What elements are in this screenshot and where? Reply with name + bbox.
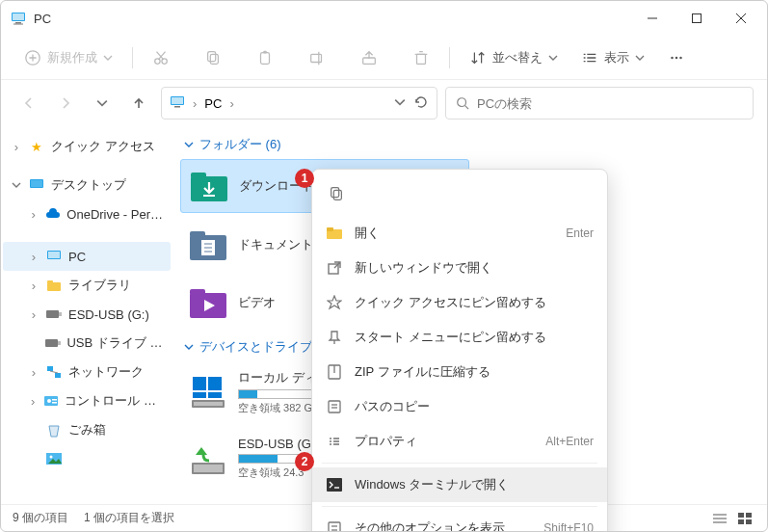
group-header-folders[interactable]: フォルダー (6) [180, 130, 759, 159]
chevron-right-icon[interactable]: › [28, 207, 39, 222]
sort-button[interactable]: 並べ替え [460, 43, 568, 72]
cloud-icon [44, 208, 61, 220]
chevron-right-icon[interactable]: › [28, 250, 40, 264]
search-input[interactable] [477, 96, 743, 111]
cut-button[interactable] [143, 43, 179, 72]
context-item-zip[interactable]: ZIP ファイルに圧縮する [312, 355, 607, 389]
chevron-down-icon[interactable] [11, 180, 22, 190]
search-icon [456, 96, 469, 110]
chevron-right-icon[interactable]: › [28, 394, 38, 409]
minimize-button[interactable] [630, 3, 675, 34]
svg-rect-18 [263, 50, 267, 53]
context-item-properties[interactable]: プロパティ Alt+Enter [312, 424, 607, 459]
videos-folder-icon [190, 284, 226, 321]
svg-rect-70 [208, 377, 222, 390]
sidebar-item-esd-usb[interactable]: › ESD-USB (G:) [3, 300, 171, 329]
chevron-right-icon[interactable]: › [11, 140, 22, 154]
sidebar-item-quick-access[interactable]: › ★ クイック アクセス [3, 132, 171, 161]
sidebar-item-label: ライブラリ [68, 277, 131, 294]
sidebar-item-desktop[interactable]: デスクトップ [3, 171, 171, 200]
svg-rect-16 [210, 54, 218, 64]
context-label: ZIP ファイルに圧縮する [355, 363, 594, 381]
context-accel: Alt+Enter [545, 435, 594, 448]
svg-rect-74 [194, 402, 223, 406]
rename-button[interactable] [299, 43, 335, 72]
sidebar-item-libraries[interactable]: › ライブラリ [3, 271, 171, 300]
share-button[interactable] [351, 43, 387, 72]
pin-icon [326, 295, 343, 310]
search-box[interactable] [445, 87, 754, 120]
open-new-window-icon [326, 260, 343, 276]
chevron-right-icon[interactable]: › [28, 365, 40, 380]
separator [132, 47, 133, 68]
recycle-bin-icon [45, 422, 63, 438]
sidebar-item-recycle-bin[interactable]: ごみ箱 [3, 415, 171, 444]
chevron-right-icon[interactable]: › [28, 279, 40, 293]
refresh-button[interactable] [413, 94, 429, 113]
svg-rect-2 [15, 22, 21, 24]
sidebar-item-network[interactable]: › ネットワーク [3, 358, 171, 386]
sidebar-item-onedrive[interactable]: › OneDrive - Person [3, 200, 171, 228]
control-panel-icon [43, 394, 59, 408]
context-label: クイック アクセスにピン留めする [355, 294, 594, 311]
terminal-icon [326, 478, 343, 492]
svg-point-11 [155, 58, 160, 63]
context-label: Windows ターミナルで開く [355, 476, 594, 493]
sidebar-item-label: ネットワーク [68, 363, 144, 381]
svg-point-12 [162, 58, 167, 63]
close-button[interactable] [719, 3, 763, 34]
address-bar[interactable]: › PC › [161, 87, 437, 120]
more-button[interactable] [658, 43, 695, 72]
svg-point-57 [50, 456, 53, 459]
sidebar-item-control-panel[interactable]: › コントロール パネル [3, 386, 171, 415]
context-item-new-window[interactable]: 新しいウィンドウで開く [312, 251, 607, 285]
chevron-right-icon: › [229, 96, 233, 111]
icons-view-button[interactable] [734, 510, 755, 527]
recent-button[interactable] [88, 89, 117, 118]
breadcrumb-pc[interactable]: PC [204, 96, 222, 111]
paste-button[interactable] [247, 43, 283, 72]
copy-button[interactable] [195, 43, 231, 72]
context-item-open[interactable]: 開く Enter [312, 216, 607, 251]
view-label: 表示 [604, 49, 629, 66]
context-label: プロパティ [355, 433, 534, 450]
svg-rect-69 [193, 377, 206, 390]
back-button[interactable] [14, 89, 43, 118]
svg-rect-59 [191, 173, 206, 178]
copy-path-icon [326, 399, 343, 414]
details-view-button[interactable] [709, 510, 730, 527]
context-accel: Enter [566, 226, 594, 240]
properties-icon [326, 434, 343, 449]
copy-icon[interactable] [320, 179, 353, 208]
view-button[interactable]: 表示 [571, 43, 654, 72]
svg-rect-50 [55, 373, 61, 378]
context-item-pin-start[interactable]: スタート メニューにピン留めする [312, 320, 607, 355]
svg-point-37 [458, 98, 466, 107]
maximize-button[interactable] [675, 3, 719, 34]
new-button[interactable]: 新規作成 [14, 43, 122, 72]
group-label: フォルダー (6) [199, 136, 281, 153]
sidebar-item-label: USB ドライブ (E:) [66, 334, 165, 352]
context-separator [322, 506, 597, 507]
context-item-windows-terminal[interactable]: Windows ターミナルで開く [312, 467, 607, 502]
chevron-right-icon[interactable]: › [28, 307, 40, 322]
context-item-pin-quick-access[interactable]: クイック アクセスにピン留めする [312, 285, 607, 320]
svg-rect-22 [417, 54, 426, 64]
context-label: 開く [355, 225, 554, 242]
up-button[interactable] [124, 89, 153, 118]
desktop-icon [28, 177, 45, 193]
sidebar-item-pc[interactable]: › PC [3, 242, 171, 271]
delete-button[interactable] [403, 43, 439, 72]
sidebar: › ★ クイック アクセス デスクトップ › OneDrive - Person… [1, 126, 172, 504]
forward-button[interactable] [51, 89, 80, 118]
context-item-more-options[interactable]: その他のオプションを表示 Shift+F10 [312, 511, 607, 532]
svg-rect-19 [311, 54, 322, 62]
sidebar-item-unknown[interactable] [3, 444, 171, 473]
svg-rect-47 [45, 339, 58, 347]
sidebar-item-usb-drive[interactable]: USB ドライブ (E:) [3, 329, 171, 358]
svg-rect-78 [333, 190, 341, 200]
svg-rect-43 [47, 282, 61, 291]
chevron-down-icon[interactable] [394, 96, 406, 111]
context-item-copy-path[interactable]: パスのコピー [312, 389, 607, 424]
svg-rect-102 [746, 513, 752, 518]
